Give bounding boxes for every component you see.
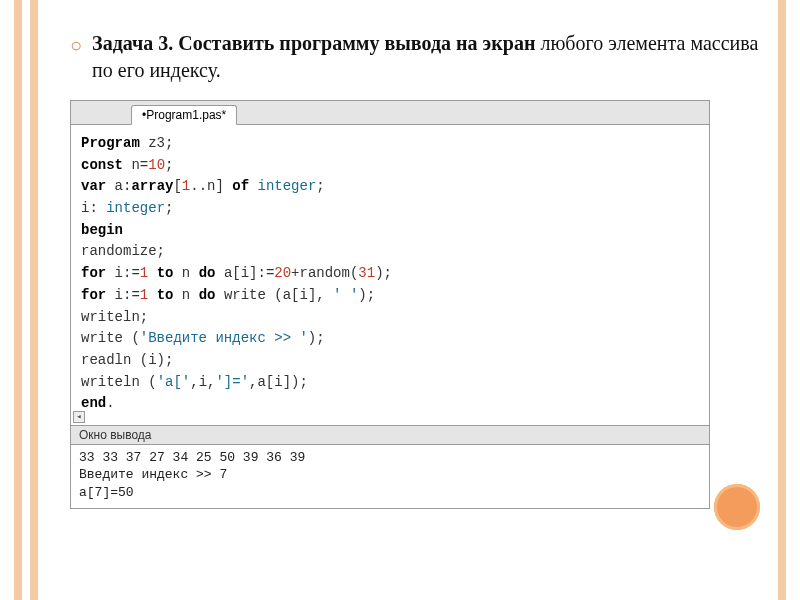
code-line: writeln ('a[',i,']=',a[i]);: [81, 372, 699, 394]
decor-stripe: [14, 0, 22, 600]
code-line: Program z3;: [81, 133, 699, 155]
decor-stripe: [778, 0, 786, 600]
code-line: readln (i);: [81, 350, 699, 372]
output-line: Введите индекс >> 7: [79, 466, 701, 484]
code-line: write ('Введите индекс >> ');: [81, 328, 699, 350]
code-line: i: integer;: [81, 198, 699, 220]
decor-stripe: [30, 0, 38, 600]
file-tab[interactable]: •Program1.pas*: [131, 105, 237, 125]
ide-frame: •Program1.pas* Program z3; const n=10; v…: [70, 100, 710, 509]
output-line: a[7]=50: [79, 484, 701, 502]
code-line: const n=10;: [81, 155, 699, 177]
bullet-icon: ○: [70, 34, 82, 57]
output-panel: 33 33 37 27 34 25 50 39 36 39 Введите ин…: [71, 445, 709, 508]
code-line: end.: [81, 393, 699, 415]
code-line: randomize;: [81, 241, 699, 263]
slide-content: ○ Задача 3. Составить программу вывода н…: [70, 30, 760, 509]
code-editor[interactable]: Program z3; const n=10; var a:array[1..n…: [71, 125, 709, 425]
code-line: begin: [81, 220, 699, 242]
code-line: for i:=1 to n do write (a[i], ' ');: [81, 285, 699, 307]
task-heading: Задача 3. Составить программу вывода на …: [92, 30, 760, 84]
scroll-left-icon[interactable]: ◂: [73, 411, 85, 423]
tab-bar: •Program1.pas*: [71, 101, 709, 125]
output-line: 33 33 37 27 34 25 50 39 36 39: [79, 449, 701, 467]
heading-bold: Задача 3. Составить программу вывода на …: [92, 32, 535, 54]
code-line: writeln;: [81, 307, 699, 329]
output-panel-header: Окно вывода: [71, 425, 709, 445]
heading-row: ○ Задача 3. Составить программу вывода н…: [70, 30, 760, 84]
code-line: var a:array[1..n] of integer;: [81, 176, 699, 198]
code-line: for i:=1 to n do a[i]:=20+random(31);: [81, 263, 699, 285]
